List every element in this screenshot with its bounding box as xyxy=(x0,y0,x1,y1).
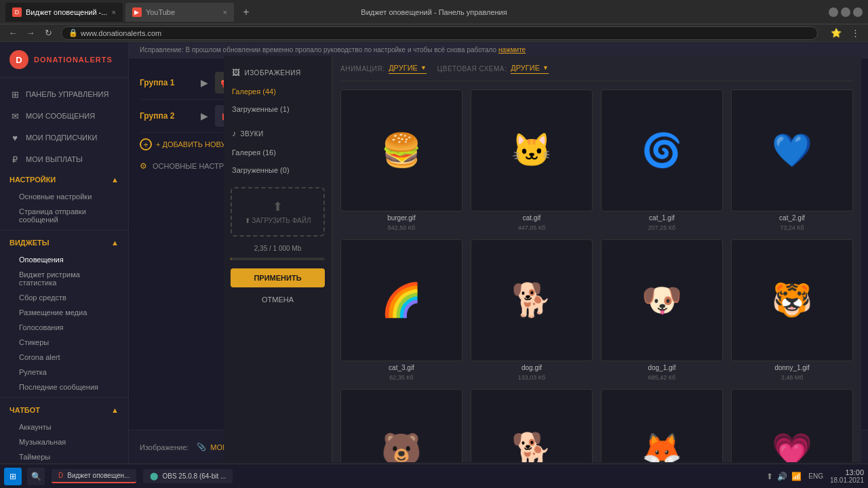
gif-item-fox[interactable]: 🦊 fox.gif xyxy=(601,389,723,462)
tab-widget[interactable]: D Виджет оповещений -... × xyxy=(5,3,123,22)
gif-name-cat1: cat_1.gif xyxy=(649,214,675,222)
settings-chevron: ▲ xyxy=(111,176,119,184)
chatbot-chevron: ▲ xyxy=(111,406,119,414)
sounds-gallery-item[interactable]: Галерея (16) xyxy=(224,144,332,161)
url-input[interactable]: 🔒 www.donationalerts.com xyxy=(61,26,818,40)
gif-item-cat2[interactable]: 💙 cat_2.gif 73,24 Кб xyxy=(731,89,853,231)
sidebar-item-alerts[interactable]: Оповещения xyxy=(19,252,128,267)
animation-selector: АНИМАЦИЯ: ДРУГИЕ ▼ xyxy=(340,64,427,74)
color-scheme-dropdown[interactable]: ДРУГИЕ ▼ xyxy=(511,64,549,74)
cat2-emoji: 💙 xyxy=(772,131,812,169)
gif-thumb-dog2: 🐕 xyxy=(471,389,593,462)
sidebar-item-roulette[interactable]: Рулетка xyxy=(19,365,128,380)
menu-button[interactable]: ⋮ xyxy=(848,26,863,41)
start-button[interactable]: ⊞ xyxy=(4,468,22,485)
gif-size-burger: 842,50 Кб xyxy=(388,224,415,231)
gif-item-cat3[interactable]: 🌈 cat_3.gif 62,35 Кб xyxy=(340,239,462,381)
search-icon: 🔍 xyxy=(31,472,41,481)
progress-bar xyxy=(231,258,325,260)
cat-emoji: 🐱 xyxy=(511,131,552,169)
apply-button[interactable]: ПРИМЕНИТЬ xyxy=(231,268,325,287)
refresh-button[interactable]: ↻ xyxy=(41,26,56,41)
gif-size-dog: 133,03 Кб xyxy=(518,374,545,381)
sidebar-item-messages[interactable]: ✉ МОИ СООБЩЕНИЯ xyxy=(0,105,128,127)
window-minimize[interactable] xyxy=(829,7,838,17)
window-maximize[interactable] xyxy=(841,7,850,17)
settings-icon: ⚙ xyxy=(140,161,147,171)
sidebar-chatbot-group[interactable]: ЧАТБОТ ▲ xyxy=(0,401,128,420)
cancel-button[interactable]: ОТМЕНА xyxy=(231,291,325,308)
gif-item-dog1[interactable]: 🐶 dog_1.gif 685,42 Кб xyxy=(601,239,723,381)
sidebar-item-fundraise[interactable]: Сбор средств xyxy=(19,290,128,305)
taskbar-app-icon-obs: ⬤ xyxy=(150,472,158,481)
sidebar-item-stickers[interactable]: Стикеры xyxy=(19,335,128,350)
extensions-button[interactable]: ⭐ xyxy=(829,26,844,41)
date-display: 18.01.2021 xyxy=(830,476,864,484)
back-button[interactable]: ← xyxy=(5,26,20,41)
upload-icon: ⬆ xyxy=(237,199,318,214)
gif-size-donny: 3,48 Мб xyxy=(781,374,804,381)
sounds-uploaded-item[interactable]: Загруженные (0) xyxy=(224,161,332,179)
uploaded-menu-item[interactable]: Загруженные (1) xyxy=(224,100,332,118)
tray-icon-1[interactable]: ⬆ xyxy=(766,472,773,481)
gif-item-cat1[interactable]: 🌀 cat_1.gif 207,25 Кб xyxy=(601,89,723,231)
gif-name-cat2: cat_2.gif xyxy=(779,214,805,222)
dog1-emoji: 🐶 xyxy=(642,281,682,319)
taskbar-app-obs[interactable]: ⬤ OBS 25.0.8 (64-bit ... xyxy=(143,469,233,483)
gif-thumb-bear: 🐻 xyxy=(340,389,462,462)
sidebar-item-accounts[interactable]: Аккаунты xyxy=(19,420,128,434)
sidebar-item-music[interactable]: Музыкальная xyxy=(19,434,128,449)
sidebar-item-media[interactable]: Размещение медиа xyxy=(19,305,128,320)
dashboard-icon: ⊞ xyxy=(9,89,20,100)
sidebar-item-dashboard[interactable]: ⊞ ПАНЕЛЬ УПРАВЛЕНИЯ xyxy=(0,83,128,105)
gif-size-dog1: 685,42 Кб xyxy=(648,374,675,381)
tab-label-widget: Виджет оповещений -... xyxy=(26,8,107,16)
taskbar-app-widget[interactable]: D Виджет оповещен... xyxy=(52,469,136,483)
sidebar-item-basic-settings[interactable]: Основные настройки xyxy=(19,189,128,204)
tab-close-youtube[interactable]: × xyxy=(222,8,226,16)
windows-icon: ⊞ xyxy=(9,472,16,481)
donny-emoji: 🐯 xyxy=(772,281,812,319)
gif-item-dog2[interactable]: 🐕 dog2.gif xyxy=(471,389,593,462)
gif-thumb-heart: 💗 xyxy=(731,389,853,462)
animation-dropdown[interactable]: ДРУГИЕ ▼ xyxy=(389,64,427,74)
forward-button[interactable]: → xyxy=(23,26,38,41)
search-button[interactable]: 🔍 xyxy=(27,468,45,485)
gif-item-dog[interactable]: 🐕 dog.gif 133,03 Кб xyxy=(471,239,593,381)
gif-item-burger[interactable]: 🍔 burger.gif 842,50 Кб xyxy=(340,89,462,231)
group-play-2[interactable]: ▶ xyxy=(201,110,208,121)
group-play-1[interactable]: ▶ xyxy=(201,77,208,88)
modal-actions: ПРИМЕНИТЬ ОТМЕНА xyxy=(224,263,332,313)
tab-add-button[interactable]: + xyxy=(237,3,256,22)
gif-item-cat[interactable]: 🐱 cat.gif 447,05 Кб xyxy=(471,89,593,231)
group-label-2: Группа 2 xyxy=(140,111,194,121)
upload-area[interactable]: ⬆ ⬆ ЗАГРУЗИТЬ ФАЙЛ xyxy=(231,187,325,237)
images-section-title: 🖼 ИЗОБРАЖЕНИЯ xyxy=(224,62,332,83)
gif-item-heart[interactable]: 💗 heart.gif xyxy=(731,389,853,462)
gif-name-dog1: dog_1.gif xyxy=(648,364,675,371)
gif-item-donny[interactable]: 🐯 donny_1.gif 3,48 Мб xyxy=(731,239,853,381)
sidebar-item-send-page[interactable]: Страница отправки сообщений xyxy=(19,204,128,227)
window-close[interactable] xyxy=(853,7,863,17)
sidebar-item-timers[interactable]: Таймеры xyxy=(19,449,128,464)
gif-item-bear[interactable]: 🐻 bear.gif xyxy=(340,389,462,462)
tab-close-widget[interactable]: × xyxy=(111,8,115,16)
gif-thumb-cat2: 💙 xyxy=(731,89,853,211)
sidebar-item-subscribers[interactable]: ♥ МОИ ПОДПИСЧИКИ xyxy=(0,127,128,148)
notice-link[interactable]: нажмите xyxy=(498,46,526,54)
tab-youtube[interactable]: ▶ YouTube × xyxy=(125,3,234,22)
tray-icon-3[interactable]: 📶 xyxy=(791,472,802,481)
tray-icon-2[interactable]: 🔊 xyxy=(777,472,787,481)
sidebar-item-lastmessages[interactable]: Последние сообщения xyxy=(19,380,128,394)
sidebar-settings-group[interactable]: НАСТРОЙКИ ▲ xyxy=(0,170,128,189)
gif-thumb-fox: 🦊 xyxy=(601,389,723,462)
sidebar-item-restream[interactable]: Виджет ристрима статистика xyxy=(19,267,128,290)
burger-emoji: 🍔 xyxy=(381,131,422,169)
gallery-menu-item[interactable]: Галерея (44) xyxy=(224,83,332,100)
sidebar-item-payouts[interactable]: ₽ МОИ ВЫПЛАТЫ xyxy=(0,148,128,170)
sidebar-item-corona[interactable]: Corona alert xyxy=(19,350,128,365)
sidebar-item-voting[interactable]: Голосования xyxy=(19,320,128,335)
gif-size-cat1: 207,25 Кб xyxy=(648,224,675,231)
sidebar-widgets-group[interactable]: ВИДЖЕТЫ ▲ xyxy=(0,233,128,252)
tab-label-youtube: YouTube xyxy=(146,8,175,16)
